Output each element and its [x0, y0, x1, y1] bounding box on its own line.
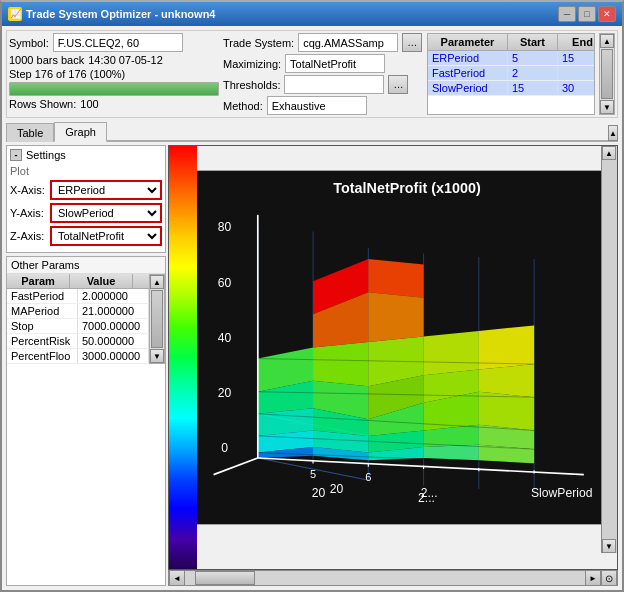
other-params-title: Other Params [7, 257, 165, 274]
chart-scroll-left[interactable]: ◄ [169, 570, 185, 586]
thresholds-field [284, 75, 384, 94]
yaxis-select[interactable]: SlowPeriod [50, 203, 162, 223]
bars-row: 1000 bars back 14:30 07-05-12 [9, 54, 219, 66]
thresholds-browse-button[interactable]: … [388, 75, 408, 94]
svg-text:TotalNetProfit (x1000): TotalNetProfit (x1000) [333, 180, 481, 196]
param-end-cell: 15 [558, 51, 594, 66]
svg-marker-20 [424, 331, 479, 375]
settings-title-row: - Settings [10, 149, 162, 161]
trade-system-label: Trade System: [223, 37, 294, 49]
rows-shown-value: 100 [80, 98, 98, 110]
chart-scroll-right[interactable]: ► [585, 570, 601, 586]
param-start-cell: 15 [508, 81, 558, 96]
param-header: Param [7, 274, 70, 288]
top-info-area: Symbol: F.US.CLEQ2, 60 1000 bars back 14… [6, 30, 618, 118]
progress-bar-container [9, 82, 219, 96]
app-icon: 📈 [8, 7, 22, 21]
svg-marker-44 [424, 445, 479, 460]
tab-scroll-button[interactable]: ▲ [608, 125, 618, 141]
main-content: Symbol: F.US.CLEQ2, 60 1000 bars back 14… [2, 26, 622, 590]
left-panel: - Settings Plot X-Axis: ERPeriod [6, 145, 166, 586]
value-cell: 3000.00000 [78, 349, 149, 363]
main-window: 📈 Trade System Optimizer - unknown4 ─ □ … [0, 0, 624, 592]
thresholds-row: Thresholds: … [223, 75, 423, 94]
other-params-scroll-up[interactable]: ▲ [150, 275, 164, 289]
chart-camera-button[interactable]: ⊙ [601, 570, 617, 586]
other-params-content: Param Value FastPeriod 2.000000 MAPeriod… [7, 274, 165, 364]
svg-marker-18 [313, 342, 368, 386]
title-buttons: ─ □ ✕ [558, 6, 616, 22]
list-item: FastPeriod 2.000000 [7, 289, 149, 304]
chart-area: TotalNetProfit (x1000) 80 60 40 20 0 20 … [168, 145, 618, 570]
trade-system-row: Trade System: cqg.AMASSamp … [223, 33, 423, 52]
maximize-button[interactable]: □ [578, 6, 596, 22]
svg-text:60: 60 [218, 276, 232, 290]
other-params-scrollbar[interactable]: ▲ ▼ [149, 274, 165, 364]
chart-scroll-down[interactable]: ▼ [602, 539, 616, 553]
scroll-thumb[interactable] [601, 49, 613, 99]
close-button[interactable]: ✕ [598, 6, 616, 22]
chart-scroll-thumb-h[interactable] [195, 571, 255, 585]
param-name-cell: FastPeriod [428, 66, 508, 81]
svg-text:5: 5 [310, 468, 316, 480]
svg-marker-26 [479, 364, 534, 397]
param-name-cell: SlowPeriod [428, 81, 508, 96]
rows-shown-row: Rows Shown: 100 [9, 98, 219, 110]
param-cell: Stop [7, 319, 78, 333]
svg-text:6: 6 [365, 471, 371, 483]
param-table-scrollbar[interactable]: ▲ ▼ [599, 33, 615, 115]
value-cell: 7000.00000 [78, 319, 149, 333]
scroll-up-button[interactable]: ▲ [600, 34, 614, 48]
other-params-scroll-thumb[interactable] [151, 290, 163, 348]
param-end-cell: 30 [558, 81, 594, 96]
value-header: Value [70, 274, 133, 288]
svg-marker-28 [368, 259, 423, 298]
table-row: FastPeriod 2 [428, 66, 594, 81]
svg-text:0: 0 [221, 442, 228, 456]
chart-outer: TotalNetProfit (x1000) 80 60 40 20 0 20 … [168, 145, 618, 586]
xaxis-row: X-Axis: ERPeriod [10, 180, 162, 200]
method-value: Exhaustive [272, 100, 326, 112]
thresholds-label: Thresholds: [223, 79, 280, 91]
maximizing-label: Maximizing: [223, 58, 281, 70]
svg-text:80: 80 [218, 220, 232, 234]
scroll-down-button[interactable]: ▼ [600, 100, 614, 114]
svg-text:SlowPeriod: SlowPeriod [531, 486, 592, 500]
param-name-cell: ERPeriod [428, 51, 508, 66]
method-label: Method: [223, 100, 263, 112]
tab-table[interactable]: Table [6, 123, 54, 142]
other-params-table-area: Param Value FastPeriod 2.000000 MAPeriod… [7, 274, 149, 364]
value-cell: 21.000000 [78, 304, 149, 318]
tab-graph[interactable]: Graph [54, 122, 107, 142]
chart-svg: TotalNetProfit (x1000) 80 60 40 20 0 20 … [197, 146, 617, 549]
other-params-scroll-down[interactable]: ▼ [150, 349, 164, 363]
param-cell: PercentFloo [7, 349, 78, 363]
xaxis-select[interactable]: ERPeriod [50, 180, 162, 200]
method-field: Exhaustive [267, 96, 367, 115]
main-body: - Settings Plot X-Axis: ERPeriod [6, 145, 618, 586]
list-item: PercentFloo 3000.00000 [7, 349, 149, 364]
chart-scroll-up[interactable]: ▲ [602, 146, 616, 160]
zaxis-select[interactable]: TotalNetProfit [50, 226, 162, 246]
rows-shown-label: Rows Shown: [9, 98, 76, 110]
param-cell: MAPeriod [7, 304, 78, 318]
colorbar [169, 146, 197, 569]
list-item: PercentRisk 50.000000 [7, 334, 149, 349]
trade-system-browse-button[interactable]: … [402, 33, 422, 52]
chart-scrollbar-v[interactable]: ▲ ▼ [601, 146, 617, 553]
maximizing-field: TotalNetProfit [285, 54, 385, 73]
datetime-value: 14:30 07-05-12 [88, 54, 163, 66]
zaxis-row: Z-Axis: TotalNetProfit [10, 226, 162, 246]
left-info-col: Symbol: F.US.CLEQ2, 60 1000 bars back 14… [9, 33, 219, 115]
collapse-button[interactable]: - [10, 149, 22, 161]
value-cell: 2.000000 [78, 289, 149, 303]
chart-scrollbar-h[interactable]: ◄ ► ⊙ [168, 570, 618, 586]
svg-text:20: 20 [330, 482, 344, 496]
tab-spacer [107, 140, 608, 141]
svg-text:40: 40 [218, 331, 232, 345]
symbol-label: Symbol: [9, 37, 49, 49]
param-start-cell: 5 [508, 51, 558, 66]
param-table-outer: Parameter Start End Ste ERPeriod 5 15 [427, 33, 595, 115]
yaxis-row: Y-Axis: SlowPeriod [10, 203, 162, 223]
minimize-button[interactable]: ─ [558, 6, 576, 22]
